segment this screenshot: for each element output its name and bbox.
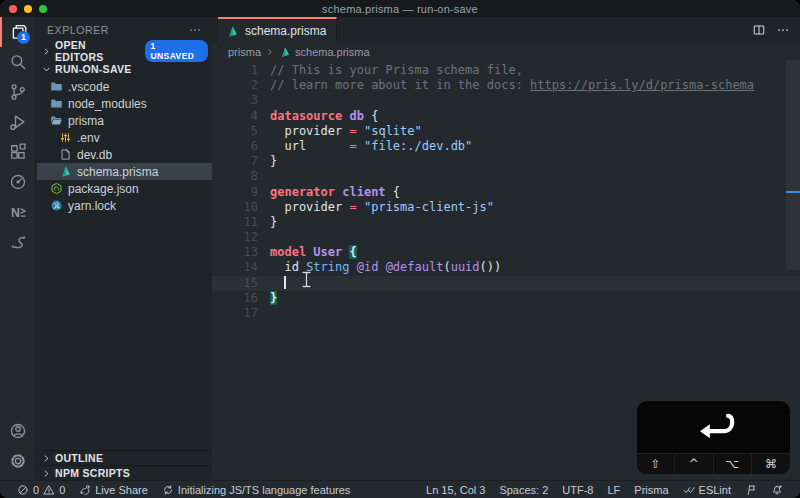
prisma-icon xyxy=(59,165,72,178)
prisma-icon xyxy=(226,25,239,38)
sidebar-more-actions-button[interactable] xyxy=(188,23,202,37)
line-number: 7 xyxy=(212,154,258,169)
tree-item-label: node_modules xyxy=(68,97,147,111)
status-live-share[interactable]: Live Share xyxy=(72,481,155,498)
shift-key: ⇧ xyxy=(637,454,675,474)
tab-bar: schema.prisma xyxy=(212,17,800,43)
more-actions-icon[interactable] xyxy=(776,23,790,37)
close-window-button[interactable] xyxy=(9,5,17,13)
status-eol[interactable]: LF xyxy=(601,481,628,498)
warning-icon xyxy=(43,484,55,496)
activity-item-run-debug[interactable] xyxy=(0,107,35,137)
activity-item-extension-swoosh[interactable] xyxy=(0,227,35,257)
line-number: 10 xyxy=(212,200,258,215)
title-bar: schema.prisma — run-on-save xyxy=(0,0,800,17)
status-problems[interactable]: 00 xyxy=(10,481,72,498)
error-icon xyxy=(17,484,29,496)
line-number: 3 xyxy=(212,93,258,108)
zoom-window-button[interactable] xyxy=(39,5,47,13)
status-ts-init[interactable]: Initializing JS/TS language features xyxy=(155,481,357,498)
status-text: Spaces: 2 xyxy=(499,484,548,496)
tree-item-label: .env xyxy=(77,131,100,145)
activity-item-source-control[interactable] xyxy=(0,77,35,107)
status-eslint[interactable]: ESLint xyxy=(676,481,738,498)
text-cursor xyxy=(284,276,286,289)
line-number: 4 xyxy=(212,109,258,124)
activity-item-extension-clock[interactable] xyxy=(0,167,35,197)
tree-item-prisma[interactable]: prisma xyxy=(37,112,212,129)
status-text: UTF-8 xyxy=(562,484,593,496)
code-line-14: 14 id String @id @default(uuid()) xyxy=(212,260,800,275)
status-encoding[interactable]: UTF-8 xyxy=(555,481,600,498)
split-editor-icon[interactable] xyxy=(752,23,766,37)
activity-bar: 1N xyxy=(0,17,36,480)
env-icon xyxy=(59,131,72,144)
line-number: 2 xyxy=(212,78,258,93)
prisma-icon xyxy=(226,25,239,38)
activity-item-settings[interactable] xyxy=(0,446,35,476)
status-feedback[interactable] xyxy=(738,481,764,498)
chevron-right-icon xyxy=(41,468,52,479)
yarn-icon xyxy=(50,199,63,212)
tree-item-package-json[interactable]: package.json xyxy=(37,180,212,197)
code-line-2: 2// learn more about it in the docs: htt… xyxy=(212,78,800,93)
line-number: 14 xyxy=(212,260,258,275)
line-number: 8 xyxy=(212,169,258,184)
open-editors-section[interactable]: OPEN EDITORS 1 UNSAVED xyxy=(37,42,212,60)
tree-item-node-modules[interactable]: node_modules xyxy=(37,95,212,112)
tree-item-schema-prisma[interactable]: schema.prisma xyxy=(37,163,212,180)
activity-item-account[interactable] xyxy=(0,416,35,446)
more-actions-icon xyxy=(776,23,790,37)
clock-icon xyxy=(9,173,27,191)
svg-text:N: N xyxy=(11,206,20,220)
chevron-down-icon xyxy=(41,64,52,75)
minimize-window-button[interactable] xyxy=(24,5,32,13)
code-line-11: 11} xyxy=(212,215,800,230)
status-text: Initializing JS/TS language features xyxy=(178,484,350,496)
window-title: schema.prisma — run-on-save xyxy=(322,3,478,15)
option-key: ⌥ xyxy=(714,454,752,474)
tree-item-label: dev.db xyxy=(77,148,112,162)
account-icon xyxy=(9,422,27,440)
file-icon xyxy=(59,148,72,161)
code-line-5: 5 provider = "sqlite" xyxy=(212,124,800,139)
search-icon xyxy=(9,53,27,71)
prisma-icon xyxy=(279,46,291,58)
status-notifications[interactable] xyxy=(764,481,790,498)
activity-item-search[interactable] xyxy=(0,47,35,77)
status-language-mode[interactable]: Prisma xyxy=(627,481,675,498)
scrollbar[interactable] xyxy=(786,60,800,270)
breadcrumb-file[interactable]: schema.prisma xyxy=(279,46,370,58)
activity-item-explorer[interactable]: 1 xyxy=(0,17,35,47)
status-text: Prisma xyxy=(634,484,668,496)
status-indentation[interactable]: Spaces: 2 xyxy=(492,481,555,498)
chevron-right-icon xyxy=(265,47,275,57)
traffic-lights xyxy=(9,5,47,13)
tree-item-label: prisma xyxy=(68,114,104,128)
breadcrumb-folder[interactable]: prisma xyxy=(228,46,261,58)
code-line-9: 9generator client { xyxy=(212,185,800,200)
status-text: 0 xyxy=(33,484,39,496)
status-cursor-position[interactable]: Ln 15, Col 3 xyxy=(419,481,492,498)
chevron-down-icon xyxy=(41,64,52,75)
chevron-right-icon xyxy=(41,46,52,57)
workspace-section[interactable]: RUN-ON-SAVE xyxy=(37,60,212,78)
workspace-label: RUN-ON-SAVE xyxy=(55,63,132,75)
line-number: 17 xyxy=(212,306,258,321)
tree-item-dev-db[interactable]: dev.db xyxy=(37,146,212,163)
run-debug-icon xyxy=(9,113,27,131)
tree-item--vscode[interactable]: .vscode xyxy=(37,78,212,95)
tab-schema-prisma[interactable]: schema.prisma xyxy=(218,17,337,43)
activity-item-extensions[interactable] xyxy=(0,137,35,167)
status-text: LF xyxy=(608,484,621,496)
code-line-17: 17 xyxy=(212,306,800,321)
line-number: 15 xyxy=(212,276,258,291)
tree-item-label: package.json xyxy=(68,182,139,196)
tree-item--env[interactable]: .env xyxy=(37,129,212,146)
tree-item-yarn-lock[interactable]: yarn.lock xyxy=(37,197,212,214)
code-line-16: 16} xyxy=(212,291,800,306)
activity-item-extension-n[interactable]: N xyxy=(0,197,35,227)
npm-scripts-section[interactable]: NPM SCRIPTS xyxy=(37,465,212,480)
overview-ruler-cursor xyxy=(786,191,800,193)
outline-section[interactable]: OUTLINE xyxy=(37,450,212,465)
